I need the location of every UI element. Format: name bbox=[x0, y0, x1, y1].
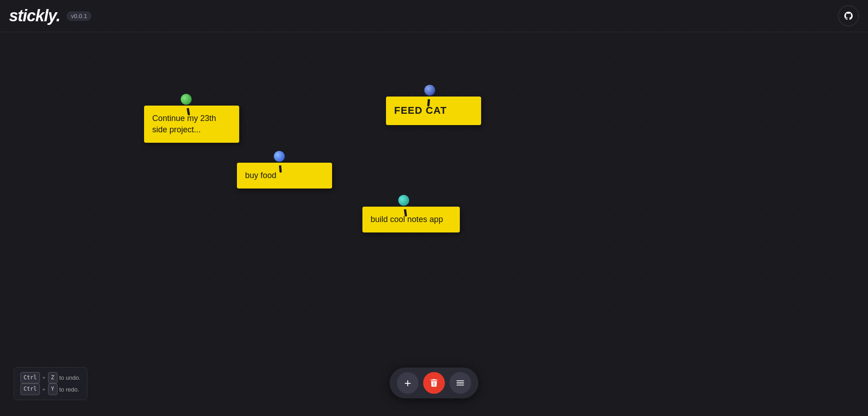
sticky-note-1[interactable]: Continue my 23th side project... bbox=[144, 106, 239, 143]
delete-button[interactable] bbox=[423, 372, 445, 394]
pin-2 bbox=[272, 150, 286, 168]
ctrl-key-undo: Ctrl bbox=[20, 372, 40, 384]
github-button[interactable] bbox=[838, 5, 859, 26]
sticky-note-3[interactable]: FEED CAT bbox=[386, 97, 481, 125]
undo-label: to undo. bbox=[59, 372, 81, 383]
redo-label: to redo. bbox=[59, 384, 79, 395]
add-note-button[interactable]: + bbox=[397, 372, 419, 394]
ctrl-key-redo: Ctrl bbox=[20, 383, 40, 395]
toolbar: + bbox=[390, 368, 478, 398]
menu-button[interactable] bbox=[449, 372, 471, 394]
note-text-2: buy food bbox=[245, 171, 276, 180]
svg-rect-1 bbox=[457, 382, 464, 383]
sticky-note-2[interactable]: buy food bbox=[237, 163, 332, 189]
header: stickly. v0.0.1 bbox=[0, 0, 868, 32]
menu-icon bbox=[455, 378, 465, 388]
y-key: Y bbox=[48, 383, 58, 395]
note-text-4: build cool notes app bbox=[371, 215, 443, 224]
pin-4 bbox=[397, 194, 412, 212]
note-text-1: Continue my 23th side project... bbox=[152, 114, 216, 134]
svg-rect-2 bbox=[457, 385, 464, 386]
svg-rect-0 bbox=[457, 381, 464, 382]
note-text-3: FEED CAT bbox=[394, 105, 447, 116]
sticky-note-4[interactable]: build cool notes app bbox=[362, 207, 460, 232]
canvas: Continue my 23th side project... buy foo… bbox=[0, 32, 868, 416]
z-key: Z bbox=[48, 372, 58, 384]
pin-3 bbox=[422, 84, 436, 102]
github-icon bbox=[844, 11, 854, 21]
app-logo: stickly. bbox=[9, 6, 60, 25]
version-badge: v0.0.1 bbox=[67, 11, 92, 21]
pin-1 bbox=[179, 93, 194, 111]
trash-icon bbox=[429, 378, 439, 388]
shortcuts-hint: Ctrl + Z to undo. Ctrl + Y to redo. bbox=[14, 367, 87, 400]
